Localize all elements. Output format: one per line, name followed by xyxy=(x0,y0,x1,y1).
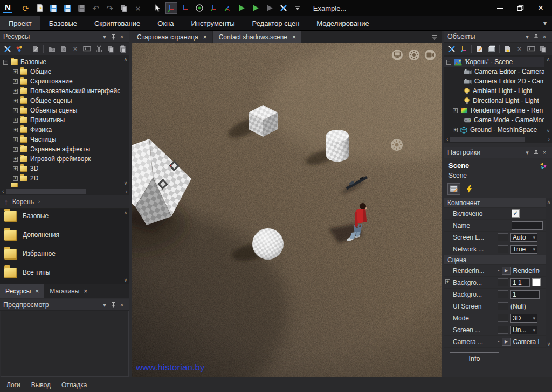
section-scene[interactable]: Сцена xyxy=(444,255,546,265)
name-input[interactable] xyxy=(512,221,543,230)
save-button[interactable] xyxy=(48,2,60,14)
save-all-button[interactable] xyxy=(62,2,74,14)
viewport-camera-button[interactable] xyxy=(425,50,436,60)
status-output[interactable]: Вывод xyxy=(31,381,51,389)
tab-contact-shadows-scene[interactable]: Contact shadows.scene × xyxy=(213,31,301,43)
scroll-left-icon[interactable]: ‹ xyxy=(446,136,448,142)
close-tab-icon[interactable]: × xyxy=(84,288,87,295)
play-disabled-button[interactable] xyxy=(264,2,275,14)
obj-item-game-mode[interactable]: Game Mode - GameMode xyxy=(444,115,552,125)
tab-stores[interactable]: Магазины × xyxy=(44,284,93,298)
scroll-up-icon[interactable]: ∧ xyxy=(547,57,550,62)
default-flag-box[interactable] xyxy=(498,290,508,298)
restore-button[interactable] xyxy=(512,2,528,14)
tree-item-2d[interactable]: +2D xyxy=(0,173,129,183)
expand-icon[interactable]: + xyxy=(13,128,18,132)
res-tools-button[interactable] xyxy=(2,44,12,54)
close-panel-icon[interactable]: × xyxy=(118,33,126,40)
axes-button[interactable] xyxy=(208,2,219,14)
tree-item-game-framework[interactable]: +Игровой фреймворк xyxy=(0,154,129,164)
scene-viewport[interactable]: www.historian.by xyxy=(132,43,442,377)
tree-item-primitives[interactable]: +Примитивы xyxy=(0,115,129,125)
res-delete-button[interactable]: × xyxy=(70,44,80,54)
scroll-right-icon[interactable]: › xyxy=(126,188,127,194)
obj-edit-button[interactable] xyxy=(474,44,485,54)
redo-button[interactable]: ↷ xyxy=(104,2,116,14)
expand-icon[interactable]: + xyxy=(13,108,18,113)
rotate-button[interactable] xyxy=(194,2,205,14)
collapse-icon[interactable]: − xyxy=(446,60,451,65)
obj-item-ambient-light[interactable]: Ambient Light - Light xyxy=(444,86,552,96)
info-button[interactable]: Info xyxy=(450,352,499,365)
tree-item-particles[interactable]: +Частицы xyxy=(0,135,129,144)
close-tab-icon[interactable]: × xyxy=(35,288,39,295)
viewport-lighting-button[interactable] xyxy=(409,50,419,60)
expand-icon[interactable]: + xyxy=(13,147,18,152)
tree-item-scene-objects[interactable]: +Объекты сцены xyxy=(0,106,129,115)
tab-properties[interactable] xyxy=(447,183,460,195)
res-cut-button[interactable] xyxy=(94,44,104,54)
tree-item-scene-common[interactable]: +Общее сцены xyxy=(0,96,129,106)
folder-item-addons[interactable]: Дополнения xyxy=(0,228,129,247)
default-flag-box[interactable] xyxy=(498,233,508,241)
move-gizmo-button[interactable] xyxy=(165,2,177,14)
res-display-options-button[interactable] xyxy=(14,44,24,54)
toolbar-overflow-button[interactable] xyxy=(292,2,303,14)
obj-item-rendering-pipeline[interactable]: + Rendering Pipeline - Ren xyxy=(444,106,552,115)
res-edit-button[interactable] xyxy=(30,44,40,54)
light-gizmo-icon[interactable] xyxy=(391,139,403,151)
default-flag-box[interactable] xyxy=(498,326,508,334)
tree-item-screen-effects[interactable]: +Экранные эффекты xyxy=(0,144,129,154)
default-flag-box[interactable] xyxy=(498,278,508,286)
build-tools-button[interactable] xyxy=(278,2,289,14)
play-button[interactable] xyxy=(236,2,247,14)
select-cursor-button[interactable] xyxy=(151,2,163,14)
scroll-up-icon[interactable]: ∧ xyxy=(124,210,128,215)
panel-dropdown-icon[interactable]: ▾ xyxy=(523,33,532,40)
expand-icon[interactable]: + xyxy=(13,166,18,171)
expand-icon[interactable]: + xyxy=(13,176,18,181)
section-component[interactable]: Компонент xyxy=(444,198,546,208)
res-new-folder-button[interactable] xyxy=(46,44,57,54)
close-panel-icon[interactable]: × xyxy=(540,149,549,156)
res-new-resource-button[interactable] xyxy=(58,44,68,54)
res-rename-button[interactable] xyxy=(82,44,92,54)
refresh-button[interactable]: ⟳ xyxy=(20,2,32,14)
menu-modeling[interactable]: Моделирование xyxy=(308,16,377,30)
color-swatch[interactable] xyxy=(532,278,541,286)
screen-label-dropdown[interactable]: Auto▾ xyxy=(510,233,537,242)
panel-dropdown-icon[interactable]: ▾ xyxy=(523,149,532,156)
background-color-value[interactable]: 1 1 xyxy=(510,278,530,287)
pin-icon[interactable] xyxy=(532,149,540,156)
tab-resources[interactable]: Ресурсы × xyxy=(0,284,44,298)
menu-overflow-button[interactable]: ▾ xyxy=(538,16,552,30)
background-intensity-value[interactable]: 1 xyxy=(510,290,540,299)
obj-copy-button[interactable] xyxy=(538,44,548,54)
mode-dropdown[interactable]: 3D▾ xyxy=(510,314,537,323)
viewport-display-button[interactable] xyxy=(392,50,403,60)
scroll-down-icon[interactable]: ∨ xyxy=(124,180,128,186)
scale-button[interactable] xyxy=(222,2,233,14)
scroll-left-icon[interactable]: ‹ xyxy=(2,188,4,194)
ref-play-button[interactable]: ▶ xyxy=(502,338,511,346)
close-tab-icon[interactable]: × xyxy=(292,33,296,41)
pin-icon[interactable] xyxy=(532,33,540,40)
obj-transform-button[interactable] xyxy=(458,44,468,54)
obj-item-camera-editor[interactable]: Camera Editor - Camera xyxy=(444,67,552,76)
sphere-mesh[interactable] xyxy=(252,228,284,260)
save-disabled-button[interactable] xyxy=(76,2,88,14)
expand-icon[interactable]: + xyxy=(453,128,458,132)
expand-icon[interactable]: + xyxy=(13,99,18,103)
tree-item-basic[interactable]: −Базовые xyxy=(0,57,129,67)
objects-tree-hscrollbar[interactable]: ‹ › xyxy=(444,135,552,143)
resources-tree-hscrollbar[interactable]: ‹ › xyxy=(0,187,129,195)
menu-scene-editor[interactable]: Редактор сцен xyxy=(244,16,308,30)
translate-button[interactable] xyxy=(180,2,191,14)
cylinder-mesh[interactable] xyxy=(326,130,349,162)
expand-icon[interactable]: + xyxy=(453,108,458,113)
scroll-up-icon[interactable]: ∧ xyxy=(547,199,551,205)
play-second-button[interactable] xyxy=(250,2,261,14)
panel-dropdown-icon[interactable]: ▾ xyxy=(100,33,109,40)
default-flag-box[interactable] xyxy=(498,314,508,322)
expand-icon[interactable]: + xyxy=(13,118,18,123)
